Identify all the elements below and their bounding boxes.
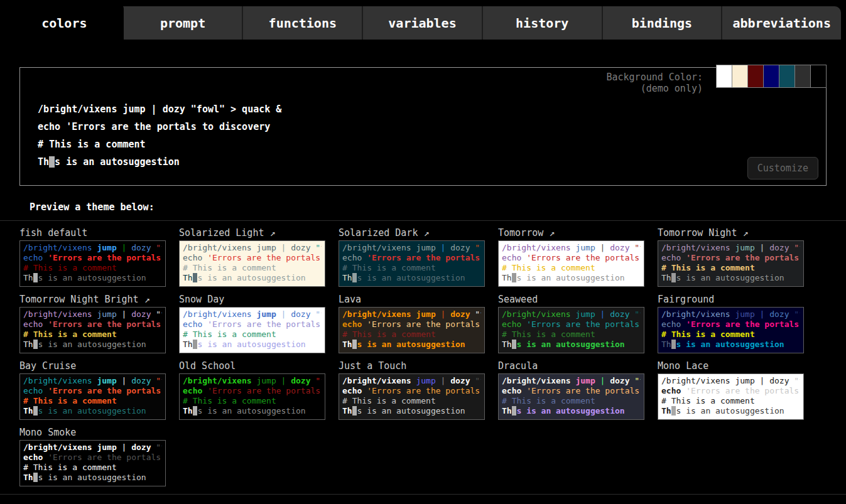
token-command2: dozy <box>610 309 629 319</box>
background-swatch-7[interactable] <box>810 65 827 88</box>
sample-line: /bright/vixens jump | dozy "fowl" > quac… <box>38 100 826 118</box>
token-command: /bright/vixens <box>183 243 256 252</box>
theme-card-tomorrow-night-bright[interactable]: /bright/vixens jump | dozy "fowl" > quac… <box>19 307 166 353</box>
theme-card-fish-default[interactable]: /bright/vixens jump | dozy "fowl" > quac… <box>19 240 166 287</box>
sample-line: This is an autosuggestion <box>23 340 162 350</box>
sample-line: echo 'Errors are the portals to discover… <box>183 319 322 330</box>
token-typed: Th <box>183 406 193 416</box>
theme-card-solarized-dark[interactable]: /bright/vixens jump | dozy "fowl" > quac… <box>339 240 485 287</box>
sample-line: # This is a comment <box>661 330 800 340</box>
token-quote: "fowl" <box>156 243 162 252</box>
token-autosuggestion: s is an autosuggestion <box>676 340 784 349</box>
sample-line: echo 'Errors are the portals to discover… <box>661 386 800 396</box>
theme-title-tomorrow-night-bright[interactable]: Tomorrow Night Bright ↗ <box>19 294 166 307</box>
token-autosuggestion: s is an autosuggestion <box>55 156 180 168</box>
sample-line: This is an autosuggestion <box>342 273 481 283</box>
token-typed: Th <box>38 156 49 168</box>
token-param: jump <box>416 309 435 319</box>
sample-line: This is an autosuggestion <box>23 406 162 416</box>
sample-line: /bright/vixens jump | dozy "fowl" > quac… <box>23 243 162 253</box>
tab-abbreviations[interactable]: abbreviations <box>721 6 841 40</box>
sample-line: /bright/vixens jump | dozy "fowl" > quac… <box>661 243 800 253</box>
background-swatch-6[interactable] <box>794 65 811 88</box>
sample-line: # This is a comment <box>183 263 322 273</box>
sample-line: echo 'Errors are the portals to discover… <box>342 319 481 330</box>
theme-card-fairground[interactable]: /bright/vixens jump | dozy "fowl" > quac… <box>658 307 804 353</box>
token-quote: "fowl" <box>315 376 322 385</box>
theme-card-just-a-touch[interactable]: /bright/vixens jump | dozy "fowl" > quac… <box>339 373 485 420</box>
theme-card-mono-smoke[interactable]: /bright/vixens jump | dozy "fowl" > quac… <box>19 440 166 486</box>
sample-line: # This is a comment <box>342 396 481 406</box>
sample-line: echo 'Errors are the portals to discover… <box>661 253 800 263</box>
token-echo: echo <box>502 319 526 329</box>
cursor-block: i <box>49 156 55 168</box>
sample-line: /bright/vixens jump | dozy "fowl" > quac… <box>502 243 641 253</box>
theme-title-solarized-light[interactable]: Solarized Light ↗ <box>179 227 325 240</box>
tab-prompt[interactable]: prompt <box>124 6 242 40</box>
background-swatch-1[interactable] <box>716 65 732 88</box>
theme-title-tomorrow[interactable]: Tomorrow ↗ <box>498 227 644 240</box>
theme-card-seaweed[interactable]: /bright/vixens jump | dozy "fowl" > quac… <box>498 307 644 353</box>
theme-fish-default: fish default/bright/vixens jump | dozy "… <box>19 227 166 287</box>
tab-colors[interactable]: colors <box>5 4 124 40</box>
token-comment: # This is a comment <box>342 396 436 405</box>
token-param: jump <box>416 376 435 385</box>
sample-line: This is an autosuggestion <box>183 340 322 350</box>
token-quote: "fowl" <box>634 376 641 385</box>
theme-card-dracula[interactable]: /bright/vixens jump | dozy "fowl" > quac… <box>498 373 644 420</box>
color-preview-panel: Background Color: (demo only) /bright/vi… <box>19 67 827 186</box>
theme-card-snow-day[interactable]: /bright/vixens jump | dozy "fowl" > quac… <box>179 307 325 353</box>
sample-line: /bright/vixens jump | dozy "fowl" > quac… <box>183 309 322 319</box>
theme-card-old-school[interactable]: /bright/vixens jump | dozy "fowl" > quac… <box>179 373 325 420</box>
tab-bindings[interactable]: bindings <box>602 6 722 40</box>
background-swatch-2[interactable] <box>732 65 748 88</box>
token-error: 'Errors are the portals to discovery <box>686 386 800 395</box>
theme-tomorrow-night: Tomorrow Night ↗/bright/vixens jump | do… <box>658 227 804 287</box>
token-autosuggestion: s is an autosuggestion <box>516 340 624 349</box>
theme-title-tomorrow-night[interactable]: Tomorrow Night ↗ <box>658 227 804 240</box>
bottom-divider <box>0 494 846 495</box>
theme-title-dracula: Dracula <box>498 360 644 373</box>
tab-history[interactable]: history <box>482 6 602 40</box>
token-error: 'Errors are the portals to discovery <box>48 386 162 395</box>
token-quote: "fowl" <box>191 104 225 115</box>
theme-card-tomorrow[interactable]: /bright/vixens jump | dozy "fowl" > quac… <box>498 240 644 287</box>
theme-card-mono-lace[interactable]: /bright/vixens jump | dozy "fowl" > quac… <box>658 373 804 420</box>
token-echo: echo <box>502 253 526 262</box>
token-command: /bright/vixens <box>342 243 416 252</box>
theme-title-seaweed: Seaweed <box>498 294 644 307</box>
token-command2: dozy <box>769 376 789 385</box>
theme-card-tomorrow-night[interactable]: /bright/vixens jump | dozy "fowl" > quac… <box>658 240 804 287</box>
token-error: 'Errors are the portals to discovery <box>207 253 322 262</box>
sample-line: /bright/vixens jump | dozy "fowl" > quac… <box>502 309 641 319</box>
token-quote: "fowl" <box>156 376 162 385</box>
customize-button[interactable]: Customize <box>747 157 818 180</box>
tab-variables[interactable]: variables <box>362 6 482 40</box>
theme-card-bay-cruise[interactable]: /bright/vixens jump | dozy "fowl" > quac… <box>19 373 166 420</box>
token-error: 'Errors are the portals to discovery <box>48 319 162 329</box>
token-autosuggestion: s is an autosuggestion <box>38 406 146 416</box>
sample-line: # This is a comment <box>183 330 322 340</box>
background-swatch-3[interactable] <box>747 65 764 88</box>
tab-functions[interactable]: functions <box>242 6 362 40</box>
token-quote: "fowl" <box>794 309 800 319</box>
token-comment: # This is a comment <box>661 330 755 339</box>
token-error: 'Errors are the portals to discovery <box>207 319 322 329</box>
token-echo: echo <box>23 386 48 395</box>
sample-line: # This is a comment <box>502 330 641 340</box>
theme-card-solarized-light[interactable]: /bright/vixens jump | dozy "fowl" > quac… <box>179 240 325 287</box>
token-param: jump <box>97 442 116 452</box>
token-autosuggestion: s is an autosuggestion <box>516 273 624 282</box>
sample-line: # This is a comment <box>342 330 481 340</box>
token-autosuggestion: s is an autosuggestion <box>38 473 146 482</box>
background-swatch-4[interactable] <box>763 65 779 88</box>
token-command2: dozy <box>610 376 629 385</box>
theme-mono-lace: Mono Lace/bright/vixens jump | dozy "fow… <box>658 360 804 420</box>
theme-card-lava[interactable]: /bright/vixens jump | dozy "fowl" > quac… <box>339 307 485 353</box>
theme-title-solarized-dark[interactable]: Solarized Dark ↗ <box>339 227 485 240</box>
token-command: /bright/vixens <box>502 376 575 385</box>
top-divider <box>0 220 846 221</box>
sample-line: # This is a comment <box>342 263 481 273</box>
token-echo: echo <box>342 253 367 262</box>
background-swatch-5[interactable] <box>779 65 795 88</box>
